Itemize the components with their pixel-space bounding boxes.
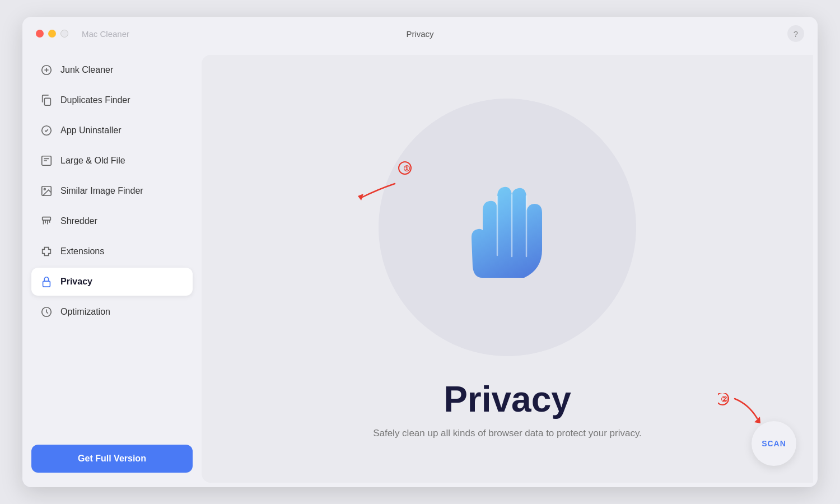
sidebar-item-privacy[interactable]: Privacy [31,268,193,296]
title-bar: Mac Cleaner Privacy ? [22,17,818,50]
get-full-version-button[interactable]: Get Full Version [31,445,193,473]
junk-cleaner-label: Junk Cleaner [60,65,113,75]
svg-point-5 [44,188,45,190]
main-content: Junk Cleaner Duplicates Finder [22,50,818,487]
hero-title: Privacy [444,379,571,420]
svg-rect-7 [43,281,50,287]
sidebar-item-extensions[interactable]: Extensions [31,237,193,265]
svg-point-16 [718,393,729,405]
scan-button-container: ② SCAN [752,421,796,466]
close-button[interactable] [36,30,44,38]
content-area: Privacy Safely clean up all kinds of bro… [202,55,813,483]
scan-button[interactable]: SCAN [752,421,796,466]
sidebar-item-duplicates-finder[interactable]: Duplicates Finder [31,86,193,114]
sidebar-bottom: Get Full Version [31,436,193,482]
optimization-label: Optimization [60,307,110,317]
svg-marker-14 [358,194,363,200]
traffic-lights [36,30,68,38]
app-name: Mac Cleaner [82,29,129,39]
privacy-hand-icon [451,166,563,289]
puzzle-icon [40,245,53,258]
sidebar-item-junk-cleaner[interactable]: Junk Cleaner [31,56,193,84]
shredder-label: Shredder [60,216,97,226]
broom-icon [40,64,53,76]
hero-subtitle: Safely clean up all kinds of browser dat… [373,428,642,439]
window-title: Privacy [406,29,433,39]
extensions-label: Extensions [60,246,104,256]
svg-rect-1 [44,98,50,105]
svg-rect-6 [43,217,51,221]
sidebar-item-large-old-file[interactable]: Large & Old File [31,147,193,175]
sidebar-item-shredder[interactable]: Shredder [31,207,193,235]
image-icon [40,185,53,197]
duplicates-finder-label: Duplicates Finder [60,95,130,105]
app-window: Mac Cleaner Privacy ? Junk Cleaner [22,17,818,487]
sidebar-nav: Junk Cleaner Duplicates Finder [31,56,193,436]
sidebar: Junk Cleaner Duplicates Finder [22,50,202,487]
minimize-button[interactable] [48,30,56,38]
sidebar-item-similar-image-finder[interactable]: Similar Image Finder [31,177,193,205]
title-bar-left: Mac Cleaner [36,29,129,39]
privacy-label: Privacy [60,277,92,287]
maximize-button [60,30,68,38]
similar-image-finder-label: Similar Image Finder [60,186,143,196]
large-old-file-label: Large & Old File [60,156,125,166]
lock-icon [40,276,53,288]
file-icon [40,155,53,167]
svg-text:②: ② [721,395,728,404]
copy-icon [40,94,53,106]
help-button[interactable]: ? [787,25,804,42]
hero-circle [379,99,636,356]
optimization-icon [40,306,53,318]
sidebar-item-optimization[interactable]: Optimization [31,298,193,326]
svg-marker-17 [754,417,760,423]
shredder-icon [40,215,53,227]
sidebar-item-app-uninstaller[interactable]: App Uninstaller [31,116,193,144]
uninstall-icon [40,124,53,137]
app-uninstaller-label: App Uninstaller [60,125,122,136]
